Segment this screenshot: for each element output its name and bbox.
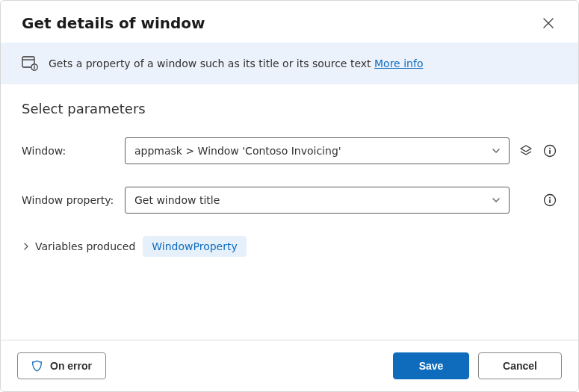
chevron-right-icon: [22, 242, 31, 251]
on-error-label: On error: [50, 360, 92, 372]
svg-point-6: [549, 148, 551, 149]
dialog: Get details of window Gets a property of…: [0, 0, 579, 392]
window-icon: [22, 56, 38, 71]
window-property-info-button[interactable]: [542, 193, 557, 208]
window-select[interactable]: appmask > Window 'Contoso Invoicing': [125, 137, 510, 164]
banner-description: Gets a property of a window such as its …: [49, 57, 371, 69]
close-button[interactable]: [539, 14, 557, 32]
chevron-down-icon: [491, 195, 501, 205]
dialog-content: Select parameters Window: appmask > Wind…: [1, 84, 578, 340]
info-icon: [543, 144, 557, 158]
chevron-down-icon: [491, 146, 501, 156]
window-property-select[interactable]: Get window title: [125, 187, 510, 214]
ui-element-picker-button[interactable]: [518, 143, 533, 158]
cancel-label: Cancel: [503, 360, 537, 372]
banner-text: Gets a property of a window such as its …: [49, 57, 423, 69]
svg-point-9: [549, 197, 551, 199]
more-info-link[interactable]: More info: [374, 57, 423, 69]
window-select-value: appmask > Window 'Contoso Invoicing': [134, 145, 341, 157]
dialog-title: Get details of window: [22, 14, 205, 32]
layers-icon: [519, 144, 533, 158]
shield-icon: [31, 360, 43, 372]
save-label: Save: [419, 360, 444, 372]
svg-rect-7: [549, 150, 551, 154]
close-icon: [543, 18, 554, 28]
window-row-actions: [518, 143, 557, 158]
window-label: Window:: [22, 145, 125, 157]
variables-row: Variables produced WindowProperty: [22, 236, 557, 257]
variables-toggle[interactable]: Variables produced: [22, 240, 135, 252]
section-title: Select parameters: [22, 101, 557, 116]
svg-rect-4: [34, 67, 34, 69]
dialog-footer: On error Save Cancel: [1, 340, 578, 391]
cancel-button[interactable]: Cancel: [478, 352, 562, 379]
window-property-label: Window property:: [22, 194, 125, 206]
info-icon: [543, 193, 557, 207]
svg-rect-10: [549, 199, 551, 203]
save-button[interactable]: Save: [393, 352, 469, 379]
dialog-header: Get details of window: [1, 1, 578, 43]
window-property-select-value: Get window title: [134, 194, 220, 206]
svg-point-3: [34, 65, 35, 66]
info-banner: Gets a property of a window such as its …: [1, 43, 578, 84]
window-info-button[interactable]: [542, 143, 557, 158]
variables-toggle-label: Variables produced: [35, 240, 135, 252]
window-property-row: Window property: Get window title: [22, 187, 557, 214]
on-error-button[interactable]: On error: [17, 352, 106, 379]
footer-right: Save Cancel: [393, 352, 562, 379]
window-row: Window: appmask > Window 'Contoso Invoic…: [22, 137, 557, 164]
window-property-row-actions: [518, 193, 557, 208]
variable-chip[interactable]: WindowProperty: [143, 236, 246, 257]
